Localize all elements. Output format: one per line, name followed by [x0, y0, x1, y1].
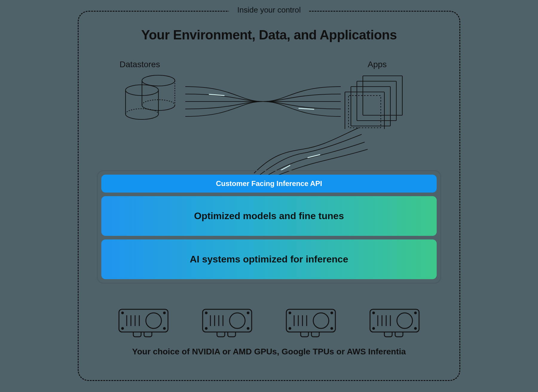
- svg-point-22: [230, 313, 245, 328]
- svg-point-25: [205, 328, 207, 329]
- svg-point-32: [313, 313, 329, 328]
- gpu-icon: [368, 307, 421, 340]
- datastores-label: Datastores: [120, 60, 160, 69]
- diagram-title: Your Environment, Data, and Applications: [78, 27, 460, 42]
- svg-point-46: [415, 328, 416, 329]
- svg-point-43: [373, 312, 375, 314]
- svg-point-14: [163, 312, 165, 314]
- ai-systems-bar: AI systems optimized for inference: [101, 239, 437, 279]
- svg-point-15: [122, 328, 123, 329]
- svg-point-0: [142, 75, 175, 86]
- datastores-icon: [120, 72, 179, 123]
- models-bar: Optimized models and fine tunes: [101, 196, 437, 236]
- svg-point-42: [397, 313, 412, 328]
- svg-point-12: [146, 313, 161, 328]
- svg-rect-6: [349, 96, 381, 128]
- api-bar: Customer Facing Inference API: [101, 175, 437, 193]
- hardware-caption: Your choice of NVIDIA or AMD GPUs, Googl…: [78, 347, 460, 356]
- svg-point-44: [415, 312, 416, 314]
- svg-line-7: [209, 94, 224, 96]
- inference-stack: Customer Facing Inference API Optimized …: [97, 170, 441, 284]
- apps-icon: [341, 72, 406, 129]
- gpu-row: [117, 307, 421, 340]
- flow-lines-top-icon: [185, 78, 341, 125]
- gpu-icon: [200, 307, 254, 340]
- frame-label: Inside your control: [229, 5, 309, 15]
- gpu-icon: [284, 307, 338, 340]
- svg-point-16: [163, 328, 165, 329]
- svg-point-36: [331, 328, 333, 329]
- svg-point-23: [205, 312, 207, 314]
- svg-line-8: [299, 108, 314, 109]
- svg-line-9: [308, 155, 320, 158]
- svg-point-33: [289, 312, 291, 314]
- svg-point-35: [289, 328, 291, 329]
- apps-label: Apps: [368, 60, 387, 69]
- svg-point-34: [331, 312, 333, 314]
- svg-point-24: [247, 312, 249, 314]
- svg-point-13: [122, 312, 123, 314]
- svg-point-45: [373, 328, 375, 329]
- svg-point-26: [247, 328, 249, 329]
- gpu-icon: [117, 307, 170, 340]
